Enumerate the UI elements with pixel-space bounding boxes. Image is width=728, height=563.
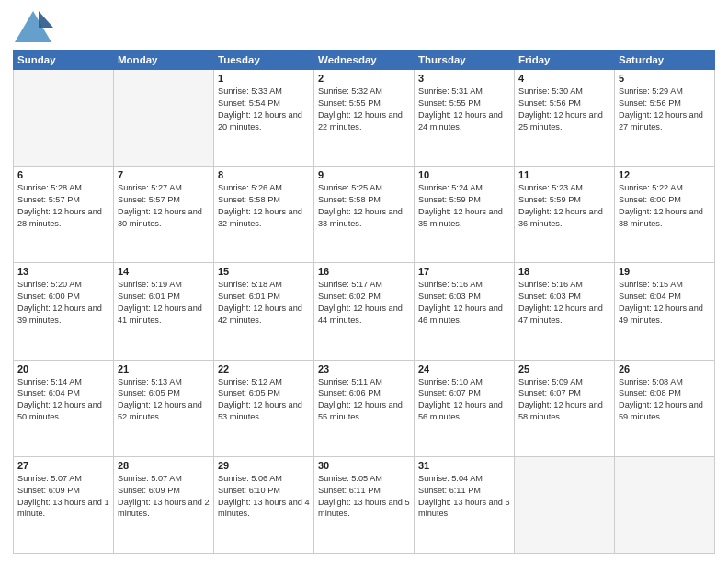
logo-icon xyxy=(13,9,53,44)
cell-info: Sunrise: 5:08 AMSunset: 6:08 PMDaylight:… xyxy=(619,376,711,424)
calendar-body: 1Sunrise: 5:33 AMSunset: 5:54 PMDaylight… xyxy=(14,70,715,554)
cell-info: Sunrise: 5:17 AMSunset: 6:02 PMDaylight:… xyxy=(318,279,410,327)
day-number: 12 xyxy=(619,169,711,180)
day-number: 20 xyxy=(17,363,109,374)
cell-info: Sunrise: 5:26 AMSunset: 5:58 PMDaylight:… xyxy=(218,182,310,230)
day-number: 18 xyxy=(518,266,610,277)
day-cell: 24Sunrise: 5:10 AMSunset: 6:07 PMDayligh… xyxy=(415,360,515,456)
day-cell: 29Sunrise: 5:06 AMSunset: 6:10 PMDayligh… xyxy=(214,456,314,553)
cell-info: Sunrise: 5:20 AMSunset: 6:00 PMDaylight:… xyxy=(17,279,109,327)
day-cell: 22Sunrise: 5:12 AMSunset: 6:05 PMDayligh… xyxy=(214,360,314,456)
day-cell xyxy=(114,70,214,167)
day-cell: 8Sunrise: 5:26 AMSunset: 5:58 PMDaylight… xyxy=(214,167,314,263)
cell-info: Sunrise: 5:31 AMSunset: 5:55 PMDaylight:… xyxy=(418,86,510,133)
day-number: 8 xyxy=(218,169,310,180)
weekday-thursday: Thursday xyxy=(415,51,515,70)
cell-info: Sunrise: 5:05 AMSunset: 6:11 PMDaylight:… xyxy=(318,473,410,521)
day-number: 29 xyxy=(218,460,310,471)
cell-info: Sunrise: 5:10 AMSunset: 6:07 PMDaylight:… xyxy=(418,376,510,424)
day-cell: 14Sunrise: 5:19 AMSunset: 6:01 PMDayligh… xyxy=(114,263,214,360)
day-number: 3 xyxy=(418,73,510,84)
cell-info: Sunrise: 5:19 AMSunset: 6:01 PMDaylight:… xyxy=(118,279,210,327)
day-number: 31 xyxy=(418,460,510,471)
cell-info: Sunrise: 5:04 AMSunset: 6:11 PMDaylight:… xyxy=(418,473,510,521)
cell-info: Sunrise: 5:22 AMSunset: 6:00 PMDaylight:… xyxy=(619,182,711,230)
day-number: 4 xyxy=(518,73,610,84)
day-number: 11 xyxy=(518,169,610,180)
weekday-tuesday: Tuesday xyxy=(214,51,314,70)
day-number: 5 xyxy=(619,73,711,84)
cell-info: Sunrise: 5:06 AMSunset: 6:10 PMDaylight:… xyxy=(218,473,310,521)
day-cell: 20Sunrise: 5:14 AMSunset: 6:04 PMDayligh… xyxy=(14,360,114,456)
week-row-1: 1Sunrise: 5:33 AMSunset: 5:54 PMDaylight… xyxy=(14,70,715,167)
cell-info: Sunrise: 5:25 AMSunset: 5:58 PMDaylight:… xyxy=(318,182,410,230)
svg-marker-1 xyxy=(39,11,53,28)
cell-info: Sunrise: 5:33 AMSunset: 5:54 PMDaylight:… xyxy=(218,86,310,133)
day-number: 22 xyxy=(218,363,310,374)
header xyxy=(13,9,715,44)
calendar-table: SundayMondayTuesdayWednesdayThursdayFrid… xyxy=(13,50,715,554)
cell-info: Sunrise: 5:29 AMSunset: 5:56 PMDaylight:… xyxy=(619,86,711,133)
cell-info: Sunrise: 5:11 AMSunset: 6:06 PMDaylight:… xyxy=(318,376,410,424)
day-number: 9 xyxy=(318,169,410,180)
cell-info: Sunrise: 5:28 AMSunset: 5:57 PMDaylight:… xyxy=(17,182,109,230)
day-number: 17 xyxy=(418,266,510,277)
day-cell xyxy=(615,456,715,553)
day-number: 26 xyxy=(619,363,711,374)
day-cell xyxy=(14,70,114,167)
cell-info: Sunrise: 5:07 AMSunset: 6:09 PMDaylight:… xyxy=(17,473,109,521)
week-row-4: 20Sunrise: 5:14 AMSunset: 6:04 PMDayligh… xyxy=(14,360,715,456)
day-cell: 31Sunrise: 5:04 AMSunset: 6:11 PMDayligh… xyxy=(415,456,515,553)
day-number: 10 xyxy=(418,169,510,180)
cell-info: Sunrise: 5:30 AMSunset: 5:56 PMDaylight:… xyxy=(518,86,610,133)
weekday-friday: Friday xyxy=(515,51,615,70)
day-cell: 12Sunrise: 5:22 AMSunset: 6:00 PMDayligh… xyxy=(615,167,715,263)
day-number: 21 xyxy=(118,363,210,374)
day-number: 14 xyxy=(118,266,210,277)
day-cell: 10Sunrise: 5:24 AMSunset: 5:59 PMDayligh… xyxy=(415,167,515,263)
cell-info: Sunrise: 5:23 AMSunset: 5:59 PMDaylight:… xyxy=(518,182,610,230)
day-number: 28 xyxy=(118,460,210,471)
cell-info: Sunrise: 5:13 AMSunset: 6:05 PMDaylight:… xyxy=(118,376,210,424)
weekday-sunday: Sunday xyxy=(14,51,114,70)
day-number: 16 xyxy=(318,266,410,277)
day-number: 2 xyxy=(318,73,410,84)
day-number: 30 xyxy=(318,460,410,471)
day-number: 24 xyxy=(418,363,510,374)
day-cell: 17Sunrise: 5:16 AMSunset: 6:03 PMDayligh… xyxy=(415,263,515,360)
cell-info: Sunrise: 5:07 AMSunset: 6:09 PMDaylight:… xyxy=(118,473,210,521)
day-cell: 6Sunrise: 5:28 AMSunset: 5:57 PMDaylight… xyxy=(14,167,114,263)
day-cell: 4Sunrise: 5:30 AMSunset: 5:56 PMDaylight… xyxy=(515,70,615,167)
day-cell: 27Sunrise: 5:07 AMSunset: 6:09 PMDayligh… xyxy=(14,456,114,553)
week-row-5: 27Sunrise: 5:07 AMSunset: 6:09 PMDayligh… xyxy=(14,456,715,553)
logo xyxy=(13,9,55,44)
weekday-monday: Monday xyxy=(114,51,214,70)
day-cell: 23Sunrise: 5:11 AMSunset: 6:06 PMDayligh… xyxy=(314,360,415,456)
day-cell: 19Sunrise: 5:15 AMSunset: 6:04 PMDayligh… xyxy=(615,263,715,360)
day-number: 6 xyxy=(17,169,109,180)
day-cell: 26Sunrise: 5:08 AMSunset: 6:08 PMDayligh… xyxy=(615,360,715,456)
day-cell: 2Sunrise: 5:32 AMSunset: 5:55 PMDaylight… xyxy=(314,70,415,167)
day-number: 13 xyxy=(17,266,109,277)
day-number: 19 xyxy=(619,266,711,277)
weekday-header: SundayMondayTuesdayWednesdayThursdayFrid… xyxy=(14,51,715,70)
day-cell: 7Sunrise: 5:27 AMSunset: 5:57 PMDaylight… xyxy=(114,167,214,263)
cell-info: Sunrise: 5:09 AMSunset: 6:07 PMDaylight:… xyxy=(518,376,610,424)
day-cell: 25Sunrise: 5:09 AMSunset: 6:07 PMDayligh… xyxy=(515,360,615,456)
cell-info: Sunrise: 5:15 AMSunset: 6:04 PMDaylight:… xyxy=(619,279,711,327)
day-cell: 21Sunrise: 5:13 AMSunset: 6:05 PMDayligh… xyxy=(114,360,214,456)
cell-info: Sunrise: 5:27 AMSunset: 5:57 PMDaylight:… xyxy=(118,182,210,230)
week-row-2: 6Sunrise: 5:28 AMSunset: 5:57 PMDaylight… xyxy=(14,167,715,263)
day-cell: 30Sunrise: 5:05 AMSunset: 6:11 PMDayligh… xyxy=(314,456,415,553)
day-cell: 9Sunrise: 5:25 AMSunset: 5:58 PMDaylight… xyxy=(314,167,415,263)
cell-info: Sunrise: 5:12 AMSunset: 6:05 PMDaylight:… xyxy=(218,376,310,424)
cell-info: Sunrise: 5:18 AMSunset: 6:01 PMDaylight:… xyxy=(218,279,310,327)
day-cell: 13Sunrise: 5:20 AMSunset: 6:00 PMDayligh… xyxy=(14,263,114,360)
day-cell: 11Sunrise: 5:23 AMSunset: 5:59 PMDayligh… xyxy=(515,167,615,263)
page: SundayMondayTuesdayWednesdayThursdayFrid… xyxy=(0,0,728,563)
day-cell: 5Sunrise: 5:29 AMSunset: 5:56 PMDaylight… xyxy=(615,70,715,167)
cell-info: Sunrise: 5:16 AMSunset: 6:03 PMDaylight:… xyxy=(418,279,510,327)
cell-info: Sunrise: 5:24 AMSunset: 5:59 PMDaylight:… xyxy=(418,182,510,230)
cell-info: Sunrise: 5:14 AMSunset: 6:04 PMDaylight:… xyxy=(17,376,109,424)
day-cell: 28Sunrise: 5:07 AMSunset: 6:09 PMDayligh… xyxy=(114,456,214,553)
